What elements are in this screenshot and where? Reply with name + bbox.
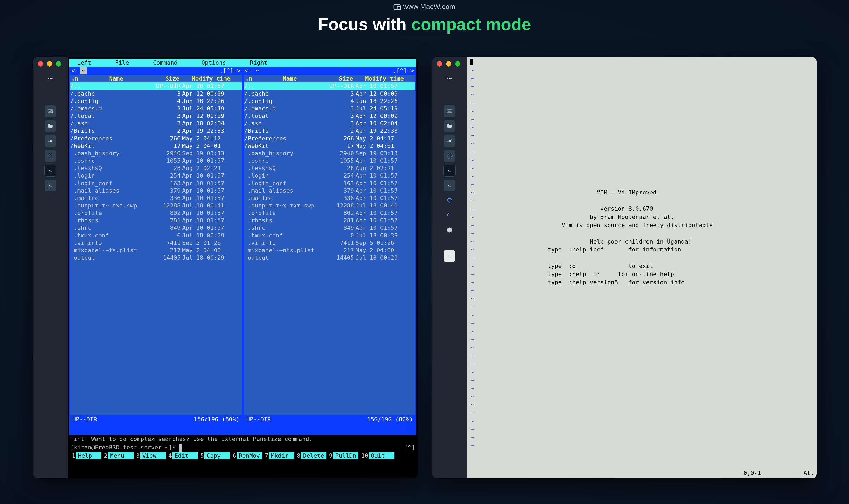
- file-row[interactable]: /.config4Jun 18 22:26: [70, 97, 242, 105]
- file-row[interactable]: .output.t~.txt.swp12288Jul 18 00:41: [70, 202, 242, 209]
- vim-terminal[interactable]: ~~~~~~~~~~~~~~~~ VIM - Vi IMproved~~ ver…: [467, 57, 817, 478]
- file-row[interactable]: .bash_history2940Sep 19 03:13: [70, 150, 242, 157]
- zoom-button[interactable]: [56, 61, 61, 67]
- file-row[interactable]: /..UP--DIRApr 10 01:57: [70, 83, 242, 90]
- file-row[interactable]: .login_conf163Apr 10 01:57: [244, 180, 415, 187]
- share-icon[interactable]: [45, 135, 56, 147]
- mc-header: .n Name Size Modify time: [244, 75, 415, 83]
- folder-icon[interactable]: [45, 120, 56, 132]
- svg-point-13: [451, 78, 452, 79]
- keyboard-icon[interactable]: [45, 106, 56, 117]
- fkey-renmov[interactable]: 6RenMov: [230, 452, 262, 460]
- minimize-button[interactable]: [47, 61, 52, 67]
- file-row[interactable]: .login254Apr 10 01:57: [70, 172, 242, 179]
- file-row[interactable]: /.config4Jun 18 22:26: [244, 97, 415, 105]
- folder-icon[interactable]: [444, 120, 455, 132]
- fkey-mkdir[interactable]: 7Mkdir: [262, 452, 294, 460]
- minimize-button[interactable]: [446, 61, 451, 67]
- more-icon[interactable]: [45, 73, 56, 85]
- file-row[interactable]: /WebKit17May 2 04:01: [244, 142, 415, 150]
- fkey-edit[interactable]: 4Edit: [166, 452, 198, 460]
- share-icon[interactable]: [444, 135, 455, 147]
- file-row[interactable]: mixpanel-~ts.plist217May 2 04:00: [70, 247, 242, 254]
- mc-fkeys[interactable]: 1Help2Menu3View4Edit5Copy6RenMov7Mkdir8D…: [69, 452, 416, 460]
- fkey-delete[interactable]: 8Delete: [294, 452, 326, 460]
- file-row[interactable]: .rhosts281Apr 10 01:57: [244, 217, 415, 224]
- file-row[interactable]: /Briefs2Apr 19 22:33: [244, 127, 415, 134]
- file-row[interactable]: mixpanel-~nts.plist217May 2 04:00: [244, 247, 415, 254]
- file-row[interactable]: /.emacs.d3Jul 24 05:19: [244, 105, 415, 112]
- mc-menu-item[interactable]: Options: [201, 59, 226, 67]
- file-row[interactable]: .mail_aliases379Apr 10 01:57: [70, 187, 242, 195]
- mc-prompt[interactable]: [kiran@FreeBSD-test-server ~]$ [^]: [69, 443, 416, 452]
- terminal-tab-active[interactable]: [444, 165, 455, 177]
- zoom-button[interactable]: [455, 61, 460, 67]
- fkey-copy[interactable]: 5Copy: [198, 452, 230, 460]
- file-row[interactable]: /.emacs.d3Jul 24 05:19: [70, 105, 242, 112]
- mc-footer-right: UP--DIR 15G/19G (80%): [243, 415, 416, 424]
- file-row[interactable]: /.cache3Apr 12 00:09: [244, 90, 415, 97]
- file-row[interactable]: /WebKit17May 2 04:01: [70, 142, 242, 150]
- file-row[interactable]: .shrc849Apr 10 01:57: [70, 224, 242, 232]
- file-row[interactable]: /.local3Apr 12 00:09: [244, 112, 415, 120]
- mc-path-left: <- ~ .[^]->: [69, 67, 243, 74]
- file-row[interactable]: output14405Jul 18 00:29: [244, 254, 415, 262]
- file-row[interactable]: .output.t~x.txt.swp12288Jul 18 00:41: [244, 202, 415, 209]
- file-row[interactable]: .mailrc336Apr 10 01:57: [70, 195, 242, 202]
- file-row[interactable]: .profile802Apr 10 01:57: [70, 209, 242, 217]
- close-button[interactable]: [437, 61, 442, 67]
- fkey-help[interactable]: 1Help: [69, 452, 101, 460]
- file-row[interactable]: .tmux.conf0Jul 18 00:39: [70, 232, 242, 239]
- file-row[interactable]: .rhosts281Apr 10 01:57: [70, 217, 242, 224]
- fkey-menu[interactable]: 2Menu: [101, 452, 134, 460]
- mc-terminal[interactable]: LeftFileCommandOptionsRight <- ~ .[^]-> …: [68, 57, 418, 478]
- file-row[interactable]: /.ssh3Apr 10 02:04: [70, 120, 242, 127]
- terminal-tab[interactable]: [45, 180, 56, 191]
- file-row[interactable]: /.cache3Apr 12 00:09: [70, 90, 242, 97]
- file-row[interactable]: output14405Jul 18 00:29: [70, 254, 242, 262]
- mc-menu-item[interactable]: File: [115, 59, 129, 67]
- file-row[interactable]: /..UP--DIRApr 10 01:57: [244, 83, 415, 90]
- file-row[interactable]: .viminfo7411Sep 5 01:26: [70, 239, 242, 247]
- braces-icon[interactable]: {}: [45, 150, 56, 162]
- close-button[interactable]: [38, 61, 43, 67]
- file-row[interactable]: .lesshsQ28Aug 2 02:21: [70, 165, 242, 172]
- fkey-pulldn[interactable]: 9PullDn: [326, 452, 358, 460]
- fkey-view[interactable]: 3View: [134, 452, 166, 460]
- terminal-tab-light[interactable]: [444, 250, 455, 262]
- terminal-tab-active[interactable]: [45, 165, 56, 177]
- file-row[interactable]: .bash_history2940Sep 19 03:13: [244, 150, 415, 157]
- file-row[interactable]: .viminfo7411Sep 5 01:26: [244, 239, 415, 247]
- file-row[interactable]: .cshrc1055Apr 10 01:57: [70, 157, 242, 165]
- mc-panel-left[interactable]: .n Name Size Modify time /..UP--DIRApr 1…: [69, 75, 243, 435]
- file-row[interactable]: .mail_aliases379Apr 10 01:57: [244, 187, 415, 195]
- file-row[interactable]: /.ssh3Apr 10 02:04: [244, 120, 415, 127]
- fkey-quit[interactable]: 10Quit: [358, 452, 394, 460]
- mc-path-home-left[interactable]: ~: [80, 67, 87, 74]
- mc-menu-item[interactable]: Left: [77, 59, 91, 67]
- mc-menu-item[interactable]: Command: [153, 59, 178, 67]
- mc-menu-item[interactable]: Right: [250, 59, 267, 67]
- mc-footer-left: UP--DIR 15G/19G (80%): [69, 415, 243, 424]
- file-row[interactable]: /Briefs2Apr 19 22:33: [70, 127, 242, 134]
- braces-icon[interactable]: {}: [444, 150, 455, 162]
- more-icon[interactable]: [444, 73, 455, 85]
- keyboard-icon[interactable]: [444, 106, 455, 117]
- brand-icon: [394, 4, 401, 10]
- spinner-icon-1: [444, 195, 455, 206]
- file-row[interactable]: .tmux.conf0Jul 18 00:39: [244, 232, 415, 239]
- svg-point-2: [52, 78, 53, 79]
- file-row[interactable]: .cshrc1055Apr 10 01:57: [244, 157, 415, 165]
- mc-panel-right[interactable]: .n Name Size Modify time /..UP--DIRApr 1…: [243, 75, 416, 435]
- file-row[interactable]: .shrc849Apr 10 01:57: [244, 224, 415, 232]
- file-row[interactable]: .lesshsQ28Aug 2 02:21: [244, 165, 415, 172]
- file-row[interactable]: /.local3Apr 12 00:09: [70, 112, 242, 120]
- file-row[interactable]: /Preferences266May 2 04:17: [70, 135, 242, 142]
- file-row[interactable]: /Preferences266May 2 04:17: [244, 135, 415, 142]
- file-row[interactable]: .mailrc336Apr 10 01:57: [244, 195, 415, 202]
- file-row[interactable]: .profile802Apr 10 01:57: [244, 209, 415, 217]
- terminal-tab[interactable]: [444, 180, 455, 191]
- mc-menubar[interactable]: LeftFileCommandOptionsRight: [69, 58, 416, 67]
- file-row[interactable]: .login254Apr 10 01:57: [244, 172, 415, 179]
- file-row[interactable]: .login_conf163Apr 10 01:57: [70, 180, 242, 187]
